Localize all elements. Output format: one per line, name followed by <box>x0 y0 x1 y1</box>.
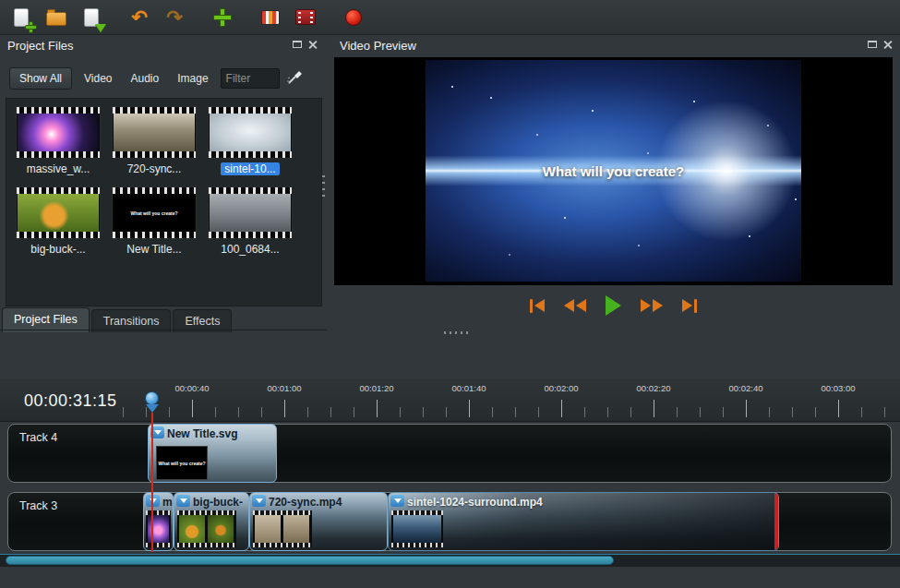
file-item-selected[interactable]: sintel-10... <box>204 106 296 176</box>
file-thumbnail <box>112 106 197 159</box>
ruler-label: 00:03:00 <box>810 383 866 393</box>
project-files-title: Project Files <box>0 39 74 53</box>
playhead-handle[interactable] <box>144 391 161 415</box>
ruler-tick <box>469 400 470 417</box>
filter-input[interactable] <box>221 68 280 89</box>
playhead-time: 00:00:31:15 <box>24 391 117 411</box>
ruler-label: 00:02:00 <box>534 383 589 393</box>
image-filter-button[interactable]: Image <box>171 68 214 89</box>
choose-profile-button[interactable] <box>258 6 282 30</box>
tab-divider <box>0 330 327 330</box>
file-thumbnail <box>16 186 101 239</box>
left-panel-tabs: Project Files Transitions Effects <box>2 307 234 332</box>
clip-new-title[interactable]: New Title.svg What will you create? <box>148 424 277 483</box>
jump-start-button[interactable] <box>528 297 546 315</box>
timeline-scrollbar[interactable] <box>0 554 900 567</box>
file-item[interactable]: 100_0684... <box>204 186 296 256</box>
down-arrow-icon <box>394 498 402 503</box>
float-panel-icon[interactable] <box>868 41 877 48</box>
file-item[interactable]: big-buck-... <box>12 186 104 256</box>
file-label: massive_w... <box>12 162 104 175</box>
ruler-tick <box>654 400 654 417</box>
clip-thumbnail: What will you create? <box>156 446 208 480</box>
down-arrow-icon <box>180 498 187 503</box>
ruler-tick <box>838 400 839 417</box>
ruler-tick <box>561 400 562 417</box>
left-arrow-icon <box>564 299 574 312</box>
clip-sintel[interactable]: sintel-1024-surround.mp4 <box>388 492 779 551</box>
clip-thumbnail <box>253 510 312 547</box>
open-project-button[interactable] <box>44 6 68 30</box>
tab-project-files[interactable]: Project Files <box>2 307 90 332</box>
export-video-button[interactable] <box>294 6 318 30</box>
panel-splitter-handle[interactable] <box>322 175 325 199</box>
clip-label: m <box>162 496 173 509</box>
close-panel-icon[interactable] <box>883 40 893 49</box>
file-item[interactable]: What will you create? New Title... <box>108 186 200 256</box>
track-label: Track 4 <box>19 431 57 444</box>
preview-timeline-splitter-handle[interactable] <box>444 331 470 334</box>
down-arrow-icon <box>256 498 263 503</box>
show-all-button[interactable]: Show All <box>9 67 72 90</box>
clip-label: big-buck- <box>193 496 243 509</box>
plus-badge-icon <box>26 22 36 32</box>
title-preview-text: What will you create? <box>130 210 177 216</box>
ruler-label: 00:00:40 <box>164 383 220 393</box>
clip-label: 720-sync.mp4 <box>269 496 342 509</box>
project-files-panel-header: Project Files <box>0 35 325 55</box>
video-preview-title: Video Preview <box>332 39 416 53</box>
clip-menu-icon[interactable] <box>176 495 190 507</box>
track-label: Track 3 <box>19 499 57 512</box>
clip-label: sintel-1024-surround.mp4 <box>407 496 543 509</box>
clip-menu-icon[interactable] <box>252 495 266 507</box>
file-item[interactable]: massive_w... <box>12 106 104 175</box>
right-arrow-icon <box>653 299 663 312</box>
play-button[interactable] <box>604 294 623 318</box>
video-overlay-text: What will you create? <box>426 163 801 179</box>
file-label: 100_0684... <box>204 243 296 256</box>
file-thumbnail: What will you create? <box>112 186 197 239</box>
file-label: sintel-10... <box>221 162 279 175</box>
down-arrow-icon <box>95 24 106 32</box>
playhead-tip-icon <box>146 404 159 413</box>
file-thumbnail <box>208 106 293 159</box>
end-bar-icon <box>694 299 697 313</box>
clip-720-sync[interactable]: 720-sync.mp4 <box>249 492 388 551</box>
plus-icon <box>214 9 231 26</box>
file-label: big-buck-... <box>12 243 104 256</box>
jump-end-button[interactable] <box>680 297 699 315</box>
rewind-button[interactable] <box>562 297 588 314</box>
clip-label: New Title.svg <box>167 427 237 440</box>
video-filter-button[interactable]: Video <box>78 68 118 89</box>
file-thumbnail <box>208 186 293 239</box>
close-panel-icon[interactable] <box>308 40 318 49</box>
ruler-label: 00:01:20 <box>349 383 404 393</box>
float-panel-icon[interactable] <box>293 41 302 48</box>
clip-menu-icon[interactable] <box>390 495 404 507</box>
redo-button[interactable]: ↷ <box>162 6 186 30</box>
stars-decoration <box>451 86 453 88</box>
clear-filter-icon[interactable] <box>285 67 304 90</box>
profile-icon <box>261 10 280 25</box>
fast-forward-button[interactable] <box>639 297 665 314</box>
left-arrow-icon <box>534 299 545 312</box>
save-project-button[interactable] <box>79 6 103 30</box>
left-arrow-icon <box>576 299 586 312</box>
audio-filter-button[interactable]: Audio <box>125 68 166 89</box>
down-arrow-icon <box>154 430 162 435</box>
red-dot-icon <box>345 9 362 26</box>
undo-button[interactable]: ↶ <box>127 6 151 30</box>
ruler-tick <box>377 400 378 417</box>
project-files-grid: massive_w... 720-sync... sintel-10... bi… <box>6 98 322 306</box>
clip-big-buck[interactable]: big-buck- <box>174 492 249 551</box>
export-animation-button[interactable] <box>342 6 366 30</box>
clip-thumbnail <box>391 510 443 547</box>
clip-massive[interactable]: m <box>143 492 174 551</box>
file-item[interactable]: 720-sync... <box>108 106 200 175</box>
new-project-button[interactable] <box>9 6 33 30</box>
scrollbar-thumb[interactable] <box>6 556 614 565</box>
clip-thumbnail <box>177 510 236 547</box>
video-frame: What will you create? <box>426 60 801 282</box>
timeline-ruler[interactable]: 00:00:31:15 00:00:40 00:01:00 00:01:20 0… <box>0 379 900 422</box>
import-files-button[interactable] <box>210 6 234 30</box>
